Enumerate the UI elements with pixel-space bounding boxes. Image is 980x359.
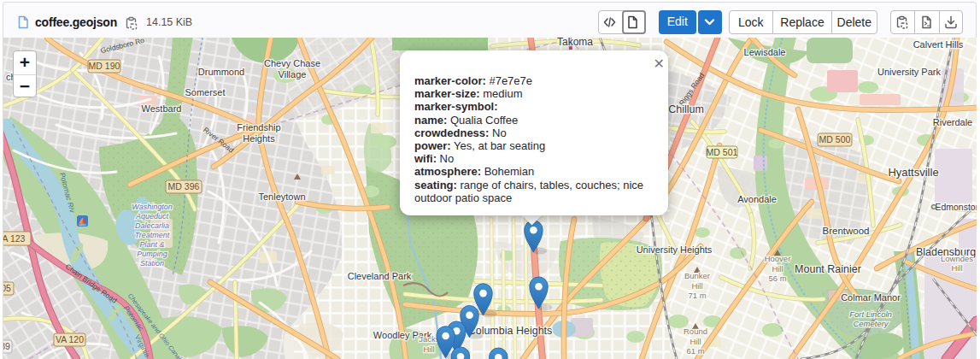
svg-text:Friendship: Friendship [237, 122, 280, 132]
svg-text:MD 500: MD 500 [819, 134, 851, 144]
svg-text:Aqueduct: Aqueduct [135, 212, 169, 221]
svg-text:Fort Lincoln: Fort Lincoln [849, 309, 892, 319]
svg-text:Lowndes: Lowndes [941, 254, 973, 263]
svg-text:Round: Round [684, 327, 707, 336]
svg-text:Edmonston: Edmonston [935, 202, 977, 212]
svg-text:University Heights: University Heights [637, 244, 713, 255]
svg-text:Colmar Manor: Colmar Manor [841, 292, 901, 303]
svg-text:56 m: 56 m [768, 274, 786, 283]
svg-text:University Park: University Park [877, 67, 941, 77]
svg-text:MD 501: MD 501 [707, 147, 738, 157]
svg-text:Hill: Hill [423, 344, 434, 354]
svg-text:Pumping: Pumping [137, 250, 167, 258]
svg-text:Hyattsville: Hyattsville [888, 166, 938, 179]
svg-text:VA 120: VA 120 [56, 334, 84, 344]
svg-text:Hill: Hill [691, 281, 702, 291]
svg-text:Bunker: Bunker [684, 271, 710, 280]
svg-text:39: 39 [3, 341, 10, 351]
svg-text:Plant &: Plant & [139, 240, 164, 249]
svg-text:Avondale: Avondale [737, 194, 777, 204]
svg-text:Village: Village [279, 69, 307, 79]
svg-text:MD 396: MD 396 [168, 181, 200, 191]
svg-text:Treatment: Treatment [135, 231, 170, 239]
svg-text:Lewisdale: Lewisdale [744, 47, 786, 57]
svg-text:Calvert Hills: Calvert Hills [913, 39, 964, 50]
svg-text:61 m: 61 m [686, 346, 704, 356]
svg-text:Hoover: Hoover [765, 254, 791, 263]
svg-text:Cemetery: Cemetery [853, 319, 889, 328]
svg-text:Chillum: Chillum [668, 103, 704, 115]
svg-text:Chevy Chase: Chevy Chase [264, 58, 320, 68]
svg-text:Station: Station [140, 259, 164, 268]
svg-text:Washington: Washington [132, 203, 172, 211]
svg-text:Hill: Hill [772, 264, 783, 274]
svg-text:Brentwood: Brentwood [823, 226, 870, 236]
svg-text:Takoma: Takoma [557, 38, 593, 48]
svg-text:⛵: ⛵ [78, 216, 88, 227]
svg-text:Tenleytown: Tenleytown [258, 191, 305, 202]
svg-text:Heights: Heights [243, 133, 275, 144]
svg-text:Dalecarlia: Dalecarlia [135, 221, 169, 230]
svg-text:Riverdale: Riverdale [933, 117, 972, 127]
svg-text:Somerset: Somerset [185, 87, 225, 97]
svg-text:Cleveland Park: Cleveland Park [348, 271, 412, 281]
svg-text:71 m: 71 m [688, 291, 706, 300]
svg-text:Hill: Hill [690, 337, 701, 346]
svg-text:Hill: Hill [951, 263, 962, 273]
svg-text:Drummond: Drummond [198, 67, 244, 77]
svg-text:Mount Rainier: Mount Rainier [795, 263, 861, 275]
svg-text:05: 05 [3, 283, 11, 293]
svg-text:A 123: A 123 [3, 233, 26, 244]
svg-text:MD 190: MD 190 [89, 61, 120, 71]
svg-text:Westbard: Westbard [142, 103, 182, 114]
